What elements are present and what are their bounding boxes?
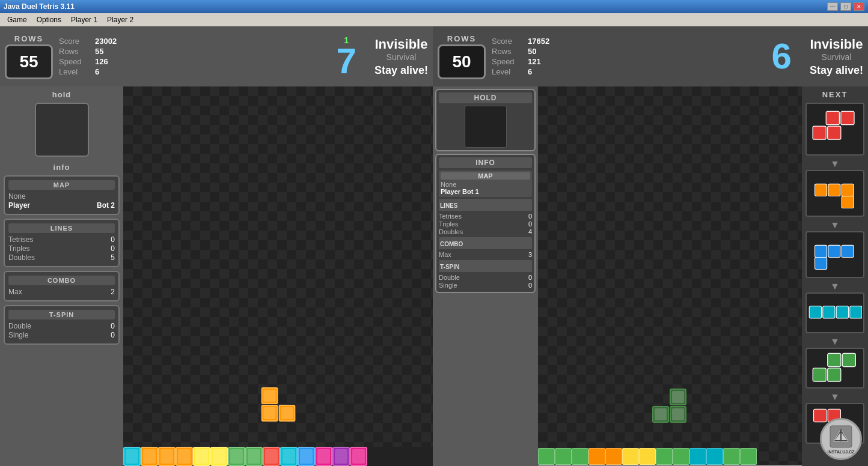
- close-button[interactable]: ✕: [854, 2, 864, 11]
- p2-next-piece-svg-5: [811, 352, 859, 384]
- player2-rows-box: ROWS 50: [438, 34, 486, 79]
- player1-board: [123, 86, 433, 466]
- p1-tspin-double-value: 0: [111, 322, 115, 330]
- player2-stats-header: ROWS 50 Score 17652 Rows 50 Speed 121 Le…: [433, 26, 868, 86]
- player2-board: [538, 86, 802, 466]
- p2-combo-title: COMBO: [440, 241, 463, 247]
- p2-map-section: MAP None Player Bot 1: [439, 171, 532, 197]
- svg-rect-1: [841, 111, 854, 124]
- player2-game-section: HOLD INFO MAP None Player Bot 1: [433, 86, 868, 466]
- p2-lines-title: LINES: [440, 202, 457, 209]
- p2-next-piece-4: [805, 292, 864, 333]
- svg-rect-20: [814, 409, 827, 422]
- p1-tspin-double-label: Double: [8, 322, 31, 330]
- p1-combo-max-label: Max: [8, 288, 22, 296]
- p2-next-arrow-1: ▼: [830, 159, 840, 169]
- p2-level-label: Level: [492, 67, 523, 76]
- p2-next-piece-1: [805, 103, 864, 156]
- p1-lines-panel: LINES Tetrises 0 Triples 0 Doubles 5: [4, 219, 120, 267]
- player2-stats: Score 17652 Rows 50 Speed 121 Level 6: [492, 37, 763, 76]
- p2-mode-title: Invisible: [810, 37, 863, 52]
- p1-triples-value: 0: [111, 244, 115, 253]
- p2-rows-label: ROWS: [447, 34, 476, 43]
- p1-tspin-title: T-SPIN: [8, 310, 115, 319]
- p1-map-panel: MAP None Player Bot 2: [4, 175, 120, 215]
- p2-player-info: Player Bot 1: [441, 188, 530, 195]
- p2-tspin-double-value: 0: [528, 274, 532, 281]
- menu-player1[interactable]: Player 1: [66, 14, 102, 25]
- p1-combo-panel: COMBO Max 2: [4, 271, 120, 301]
- player1-rows-box: rows 55: [5, 34, 53, 79]
- p1-info-label: info: [4, 163, 120, 172]
- p2-rows-label: Rows: [492, 47, 523, 56]
- p2-next-piece-svg-2: [811, 176, 859, 211]
- p1-doubles-label: Doubles: [8, 253, 35, 262]
- menu-player2[interactable]: Player 2: [102, 14, 138, 25]
- svg-rect-2: [813, 126, 826, 139]
- svg-rect-10: [842, 245, 854, 257]
- p2-level-value: 6: [528, 67, 532, 76]
- p1-tetrises-value: 0: [111, 235, 115, 244]
- p1-combo-max-value: 2: [111, 288, 115, 296]
- svg-rect-5: [828, 184, 840, 196]
- p2-player-value: Bot 1: [462, 188, 479, 195]
- p1-mode-msg: Stay alive!: [374, 64, 428, 77]
- svg-rect-13: [823, 306, 835, 318]
- p2-map-title: MAP: [441, 172, 530, 180]
- svg-rect-4: [815, 184, 827, 196]
- p2-next-piece-svg-1: [811, 110, 859, 148]
- instaluj-text: INSTALUJ.CZ: [828, 450, 855, 454]
- app-title: Java Duel Tetris 3.11: [4, 2, 75, 11]
- p2-next-piece-svg-4: [808, 302, 862, 324]
- p2-next-arrow-5: ▼: [830, 392, 840, 402]
- player1-stats-header: rows 55 Score 23002 Rows 55 Speed 126 Le…: [0, 26, 433, 86]
- p1-tetris-board: [123, 86, 433, 447]
- player2-area: ROWS 50 Score 17652 Rows 50 Speed 121 Le…: [433, 26, 868, 466]
- svg-rect-7: [842, 196, 854, 208]
- p2-tetrises-label: Tetrises: [439, 213, 462, 220]
- p2-score-label: Score: [492, 37, 523, 46]
- svg-rect-11: [815, 257, 827, 269]
- maximize-button[interactable]: □: [840, 2, 851, 11]
- svg-rect-19: [828, 368, 841, 381]
- p2-map-value: None: [441, 181, 530, 188]
- p1-map-title: MAP: [8, 180, 115, 190]
- p2-lines-divider: LINES: [439, 199, 532, 211]
- p1-hold-box: [35, 103, 89, 157]
- p2-next-arrow-2: ▼: [830, 220, 840, 231]
- p1-tspin-single-label: Single: [8, 331, 28, 339]
- menu-game[interactable]: Game: [2, 14, 32, 25]
- p2-mode-display: Invisible Survival Stay alive!: [798, 37, 863, 77]
- instaluj-icon: [829, 425, 853, 449]
- svg-rect-0: [826, 111, 839, 124]
- p1-tspin-single-value: 0: [111, 331, 115, 339]
- svg-rect-14: [836, 306, 848, 318]
- p1-score-value: 23002: [95, 37, 117, 46]
- svg-rect-6: [842, 184, 854, 196]
- p1-combo-title: COMBO: [8, 276, 115, 285]
- minimize-button[interactable]: —: [827, 2, 838, 11]
- p1-rows-label: Rows: [59, 47, 90, 56]
- p2-triples-label: Triples: [439, 220, 459, 228]
- p1-level-value: 6: [95, 67, 99, 76]
- p1-map-value: None: [8, 192, 26, 201]
- p2-speed-label: Speed: [492, 57, 523, 66]
- svg-rect-8: [815, 245, 827, 257]
- p2-rows-value: 50: [438, 44, 486, 79]
- p1-speed-value: 126: [95, 57, 108, 66]
- p2-doubles-value: 4: [528, 228, 532, 235]
- menu-options[interactable]: Options: [32, 14, 66, 25]
- instaluj-logo[interactable]: INSTALUJ.CZ: [820, 418, 862, 460]
- player2-next-sidebar: NEXT ▼: [802, 86, 868, 466]
- svg-rect-17: [842, 353, 855, 366]
- p1-level-label: Level: [59, 67, 90, 76]
- p2-tetris-board: [538, 86, 802, 465]
- p1-rows-stat: 55: [95, 47, 103, 56]
- p1-doubles-value: 5: [111, 253, 115, 262]
- p1-tetrises-label: Tetrises: [8, 235, 33, 244]
- p2-tetrises-value: 0: [528, 213, 532, 220]
- svg-rect-9: [828, 245, 840, 257]
- p2-next-label: NEXT: [822, 90, 848, 99]
- p1-tspin-panel: T-SPIN Double 0 Single 0: [4, 305, 120, 345]
- p2-tspin-divider: T-SPIN: [439, 260, 532, 272]
